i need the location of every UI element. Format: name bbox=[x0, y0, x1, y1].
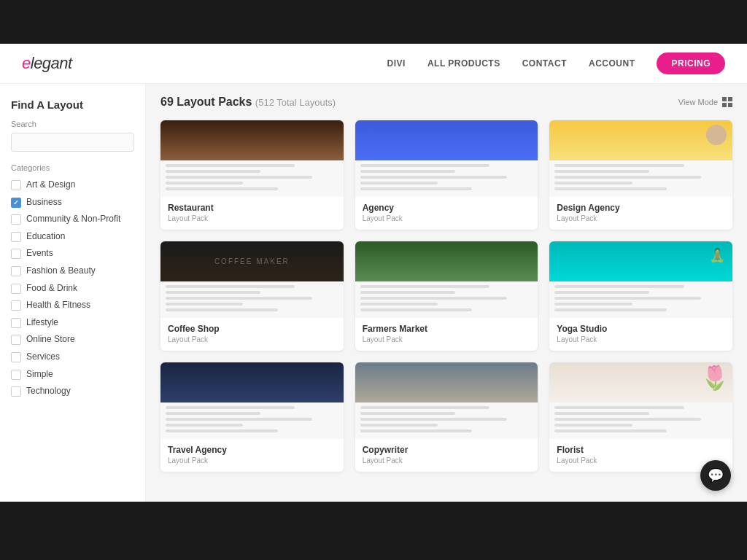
category-checkbox-education[interactable] bbox=[11, 232, 21, 242]
category-label-health: Health & Fitness bbox=[26, 300, 90, 311]
card-type-farmers-market: Layout Pack bbox=[363, 335, 531, 343]
category-checkbox-events[interactable] bbox=[11, 249, 21, 259]
category-label-technology: Technology bbox=[26, 386, 71, 397]
category-checkbox-food-drink[interactable] bbox=[11, 284, 21, 294]
card-name-design-agency: Design Agency bbox=[557, 203, 725, 213]
search-input[interactable] bbox=[11, 133, 134, 152]
site-wrapper: elegant DIVI ALL PRODUCTS CONTACT AcCouN… bbox=[0, 44, 747, 502]
layout-card-florist[interactable]: 🌷FloristLayout Pack bbox=[549, 362, 732, 472]
card-name-florist: Florist bbox=[557, 445, 725, 455]
card-preview-top-farmers-market bbox=[355, 241, 538, 281]
card-name-agency: Agency bbox=[363, 203, 531, 213]
category-item-food-drink[interactable]: Food & Drink bbox=[11, 283, 134, 295]
card-preview-top-florist: 🌷 bbox=[549, 362, 732, 402]
category-item-fashion[interactable]: Fashion & Beauty bbox=[11, 265, 134, 277]
category-label-art-design: Art & Design bbox=[26, 179, 75, 191]
card-type-yoga-studio: Layout Pack bbox=[557, 335, 725, 343]
nav-contact[interactable]: CONTACT bbox=[522, 58, 567, 69]
category-checkbox-art-design[interactable] bbox=[11, 180, 21, 190]
main-content: Find A Layout Search Categories Art & De… bbox=[0, 84, 747, 502]
category-item-education[interactable]: Education bbox=[11, 231, 134, 243]
card-preview-top-design-agency bbox=[549, 120, 732, 160]
cards-grid: RestaurantLayout PackAgencyLayout PackDe… bbox=[160, 120, 732, 472]
card-preview-bottom-agency bbox=[355, 160, 538, 197]
card-name-yoga-studio: Yoga Studio bbox=[557, 324, 725, 334]
nav-divi[interactable]: DIVI bbox=[387, 58, 406, 69]
category-checkbox-community[interactable] bbox=[11, 214, 21, 225]
card-type-florist: Layout Pack bbox=[557, 456, 725, 464]
sidebar-title: Find A Layout bbox=[11, 98, 134, 111]
card-preview-top-agency bbox=[355, 120, 538, 160]
category-label-services: Services bbox=[26, 351, 60, 363]
nav-all-products[interactable]: ALL PRODUCTS bbox=[427, 58, 500, 69]
category-item-simple[interactable]: Simple bbox=[11, 369, 134, 381]
search-label: Search bbox=[11, 120, 134, 128]
card-preview-top-copywriter bbox=[355, 362, 538, 402]
layout-header: 69 Layout Packs (512 Total Layouts) View… bbox=[160, 96, 732, 109]
category-checkbox-online-store[interactable] bbox=[11, 335, 21, 345]
card-preview-bottom-copywriter bbox=[355, 402, 538, 439]
layout-card-design-agency[interactable]: Design AgencyLayout Pack bbox=[549, 120, 732, 230]
category-label-lifestyle: Lifestyle bbox=[26, 317, 58, 329]
layout-card-copywriter[interactable]: CopywriterLayout Pack bbox=[355, 362, 538, 472]
category-item-lifestyle[interactable]: Lifestyle bbox=[11, 317, 134, 329]
layout-card-coffee-shop[interactable]: COFFEE MAKERCoffee ShopLayout Pack bbox=[160, 241, 344, 351]
card-preview-top-coffee-shop: COFFEE MAKER bbox=[160, 241, 344, 281]
category-checkbox-business[interactable] bbox=[11, 198, 21, 208]
category-item-technology[interactable]: Technology bbox=[11, 386, 134, 397]
site-header: elegant DIVI ALL PRODUCTS CONTACT AcCouN… bbox=[0, 44, 747, 84]
category-item-community[interactable]: Community & Non-Profit bbox=[11, 214, 134, 225]
category-label-community: Community & Non-Profit bbox=[26, 214, 120, 225]
category-item-services[interactable]: Services bbox=[11, 351, 134, 363]
layout-card-restaurant[interactable]: RestaurantLayout Pack bbox=[160, 120, 344, 230]
chat-icon: 💬 bbox=[708, 467, 724, 483]
category-checkbox-health[interactable] bbox=[11, 300, 21, 311]
category-item-health[interactable]: Health & Fitness bbox=[11, 300, 134, 311]
card-info-design-agency: Design AgencyLayout Pack bbox=[549, 197, 732, 230]
card-name-restaurant: Restaurant bbox=[168, 203, 336, 213]
card-name-coffee-shop: Coffee Shop bbox=[168, 324, 336, 334]
category-label-education: Education bbox=[26, 231, 65, 243]
card-info-yoga-studio: Yoga StudioLayout Pack bbox=[549, 318, 732, 351]
browser-chrome-top bbox=[0, 0, 747, 44]
category-checkbox-technology[interactable] bbox=[11, 386, 21, 397]
nav-account[interactable]: AcCouNT bbox=[589, 58, 635, 69]
layout-title-group: 69 Layout Packs (512 Total Layouts) bbox=[160, 96, 336, 109]
category-label-online-store: Online Store bbox=[26, 334, 75, 346]
card-preview-bottom-farmers-market bbox=[355, 281, 538, 318]
card-info-restaurant: RestaurantLayout Pack bbox=[160, 197, 344, 230]
card-info-copywriter: CopywriterLayout Pack bbox=[355, 439, 538, 472]
category-item-events[interactable]: Events bbox=[11, 248, 134, 260]
sidebar: Find A Layout Search Categories Art & De… bbox=[0, 84, 146, 502]
card-type-design-agency: Layout Pack bbox=[557, 214, 725, 222]
card-preview-bottom-design-agency bbox=[549, 160, 732, 197]
category-checkbox-lifestyle[interactable] bbox=[11, 318, 21, 328]
category-label-events: Events bbox=[26, 248, 53, 260]
category-checkbox-services[interactable] bbox=[11, 352, 21, 362]
layout-card-farmers-market[interactable]: Farmers MarketLayout Pack bbox=[355, 241, 538, 351]
pricing-button[interactable]: PRICING bbox=[657, 52, 725, 74]
category-item-business[interactable]: Business bbox=[11, 197, 134, 209]
layout-card-travel-agency[interactable]: Travel AgencyLayout Pack bbox=[160, 362, 344, 472]
categories-title: Categories bbox=[11, 163, 134, 172]
logo[interactable]: elegant bbox=[22, 54, 72, 73]
categories-list: Art & DesignBusinessCommunity & Non-Prof… bbox=[11, 179, 134, 397]
card-preview-top-yoga-studio: 🧘 bbox=[549, 241, 732, 281]
layout-card-agency[interactable]: AgencyLayout Pack bbox=[355, 120, 538, 230]
card-name-travel-agency: Travel Agency bbox=[168, 445, 336, 455]
browser-chrome-bottom bbox=[0, 502, 747, 560]
card-preview-bottom-florist bbox=[549, 402, 732, 439]
category-label-fashion: Fashion & Beauty bbox=[26, 265, 96, 277]
card-info-travel-agency: Travel AgencyLayout Pack bbox=[160, 439, 344, 472]
layout-card-yoga-studio[interactable]: 🧘Yoga StudioLayout Pack bbox=[549, 241, 732, 351]
category-label-food-drink: Food & Drink bbox=[26, 283, 77, 295]
view-mode-toggle[interactable]: View Mode bbox=[678, 97, 732, 107]
category-checkbox-simple[interactable] bbox=[11, 370, 21, 380]
category-checkbox-fashion[interactable] bbox=[11, 266, 21, 276]
card-preview-bottom-restaurant bbox=[160, 160, 344, 197]
card-preview-top-restaurant bbox=[160, 120, 344, 160]
category-item-art-design[interactable]: Art & Design bbox=[11, 179, 134, 191]
category-item-online-store[interactable]: Online Store bbox=[11, 334, 134, 346]
chat-bubble[interactable]: 💬 bbox=[700, 460, 731, 491]
card-type-restaurant: Layout Pack bbox=[168, 214, 336, 222]
